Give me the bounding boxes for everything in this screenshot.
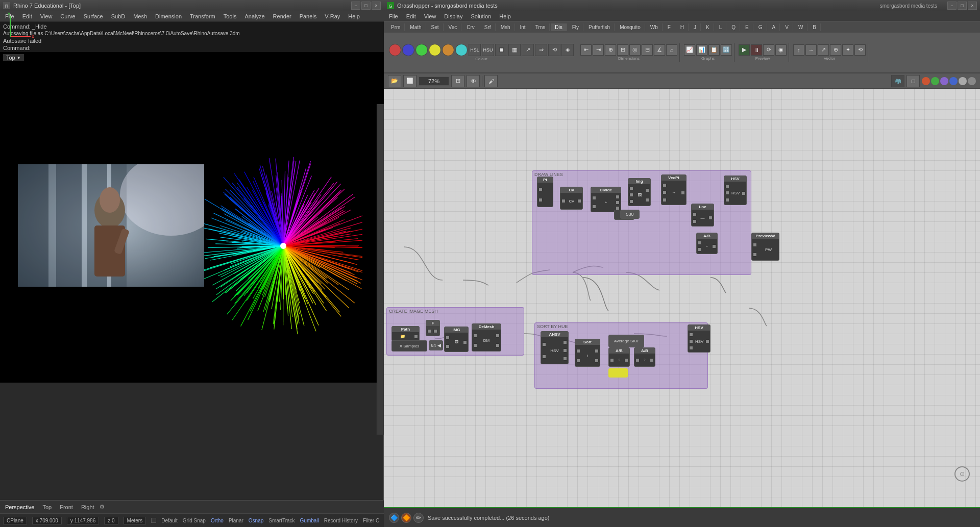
node-ahsv[interactable]: AHSV HSV — [541, 331, 569, 364]
node-f[interactable]: F — [426, 320, 440, 336]
gh-maximize-button[interactable]: □ — [958, 2, 967, 10]
colour-btn-1[interactable] — [389, 44, 401, 56]
gh-tab-fly[interactable]: Fly — [568, 23, 583, 31]
dim-btn-3[interactable]: ⊕ — [605, 44, 616, 56]
gh-menu-file[interactable]: File — [387, 12, 400, 20]
tab-top[interactable]: Top — [39, 503, 55, 511]
minimize-button[interactable]: − — [351, 2, 360, 10]
rhino-viewport[interactable]: Top ▼ — [0, 52, 384, 383]
planar-toggle[interactable]: Planar — [229, 518, 243, 523]
menu-surface[interactable]: Surface — [82, 12, 105, 20]
gh-tab-trns[interactable]: Trns — [531, 23, 550, 31]
node-avg-skv[interactable]: Average SKV — [608, 335, 644, 347]
graph-btn-4[interactable]: 🔢 — [721, 44, 732, 56]
gh-canvas[interactable]: DRAW LINES CREATE IMAGE MESH SORT BY HUE… — [384, 89, 980, 507]
node-demesh[interactable]: DeMesh DM — [472, 323, 501, 352]
colour-btn-8[interactable]: HSU — [482, 44, 494, 56]
gh-tab-a[interactable]: A — [768, 23, 780, 31]
gh-menu-display[interactable]: Display — [442, 12, 464, 20]
graph-btn-1[interactable]: 📈 — [684, 44, 695, 56]
gh-tab-w[interactable]: W — [794, 23, 807, 31]
scroll-indicator[interactable]: ⊙ — [954, 466, 970, 482]
vector-btn-1[interactable]: ↑ — [793, 44, 804, 56]
node-xsamples[interactable]: X Samples — [391, 340, 427, 352]
node-hsv2[interactable]: HSV HSV — [688, 324, 710, 353]
rhino-viewport-scrollbar[interactable] — [377, 104, 384, 435]
gh-minimize-button[interactable]: − — [947, 2, 957, 10]
gh-menu-edit[interactable]: Edit — [404, 12, 418, 20]
node-ab1[interactable]: A/B ÷ — [696, 233, 718, 254]
colour-btn-6[interactable] — [455, 44, 468, 56]
gh-tab-mosquito[interactable]: Mosquito — [616, 23, 645, 31]
tab-perspective[interactable]: Perspective — [2, 503, 37, 511]
gh-tab-crv[interactable]: Crv — [462, 23, 479, 31]
menu-panels[interactable]: Panels — [298, 12, 319, 20]
menu-transform[interactable]: Transform — [188, 12, 217, 20]
node-ab2[interactable]: A/B ÷ — [608, 347, 630, 367]
gh-tab-q[interactable]: Q — [727, 23, 740, 31]
colour-btn-5[interactable] — [442, 44, 454, 56]
node-pt[interactable]: Pt — [537, 177, 553, 207]
gh-tab-set[interactable]: Set — [427, 23, 444, 31]
preview-btn-3[interactable]: ⟳ — [763, 44, 774, 56]
menu-mesh[interactable]: Mesh — [131, 12, 149, 20]
gh-tab-h[interactable]: H — [676, 23, 689, 31]
dim-btn-5[interactable]: ◎ — [629, 44, 641, 56]
grid-snap-toggle[interactable]: Grid Snap — [183, 518, 206, 523]
dim-btn-2[interactable]: ⇥ — [593, 44, 604, 56]
colour-btn-3[interactable] — [415, 44, 428, 56]
gh-tab-l[interactable]: L — [715, 23, 727, 31]
gh-paint-btn[interactable]: 🖌 — [484, 75, 498, 87]
node-530-val[interactable]: 530 — [620, 210, 640, 219]
tab-settings[interactable]: ⚙ — [100, 504, 105, 510]
menu-help[interactable]: Help — [346, 12, 362, 20]
vector-btn-3[interactable]: ↗ — [818, 44, 829, 56]
gh-tab-f[interactable]: F — [664, 23, 675, 31]
node-64[interactable]: 64 ◀ — [429, 340, 443, 350]
maximize-button[interactable]: □ — [361, 2, 371, 10]
node-img-drawlines[interactable]: Img 🖼 — [628, 178, 651, 206]
gh-tab-math[interactable]: Math — [406, 23, 426, 31]
colour-btn-10[interactable]: ⇒ — [535, 44, 547, 56]
viewport-dropdown-icon[interactable]: ▼ — [17, 56, 21, 60]
colour-btn-7[interactable]: HSL — [469, 44, 481, 56]
menu-vray[interactable]: V-Ray — [323, 12, 342, 20]
menu-curve[interactable]: Curve — [58, 12, 77, 20]
gh-tab-srf[interactable]: Srf — [480, 23, 496, 31]
menu-analyze[interactable]: Analyze — [242, 12, 266, 20]
vector-btn-2[interactable]: → — [805, 44, 817, 56]
gh-tab-vec[interactable]: Vec — [445, 23, 462, 31]
node-cv[interactable]: Cv Cv — [560, 187, 583, 210]
gh-status-icon-2[interactable]: 🔶 — [401, 513, 411, 523]
gh-status-icon-3[interactable]: ✏ — [413, 513, 424, 523]
menu-render[interactable]: Render — [271, 12, 293, 20]
gh-tab-v[interactable]: V — [781, 23, 793, 31]
node-hsv1[interactable]: HSV HSV — [724, 175, 747, 205]
node-vecpt[interactable]: VecPt → — [661, 174, 687, 205]
record-history-toggle[interactable]: Record History — [324, 518, 358, 523]
menu-subd[interactable]: SubD — [109, 12, 128, 20]
smarttrack-toggle[interactable]: SmartTrack — [268, 518, 295, 523]
colour-mesh-1[interactable]: 🔲 — [495, 44, 507, 56]
dim-btn-7[interactable]: ∡ — [654, 44, 665, 56]
vector-btn-4[interactable]: ⊕ — [830, 44, 841, 56]
gh-tab-msh[interactable]: Msh — [497, 23, 515, 31]
colour-btn-9[interactable]: ↗ — [522, 44, 534, 56]
gh-tab-b[interactable]: B — [808, 23, 821, 31]
colour-btn-11[interactable]: ⟲ — [548, 44, 560, 56]
gh-close-button[interactable]: × — [968, 2, 977, 10]
gh-menu-help[interactable]: Help — [497, 12, 513, 20]
vector-btn-6[interactable]: ⟲ — [854, 44, 866, 56]
ortho-toggle[interactable]: Ortho — [211, 518, 224, 523]
colour-btn-12[interactable]: ◈ — [561, 44, 574, 56]
dim-btn-8[interactable]: ⌂ — [666, 44, 677, 56]
dim-btn-4[interactable]: ⊞ — [617, 44, 628, 56]
preview-btn-1[interactable]: ▶ — [739, 44, 750, 56]
colour-btn-4[interactable] — [429, 44, 441, 56]
colour-mesh-2[interactable]: ▦ — [508, 44, 521, 56]
node-divide[interactable]: Divide ÷ — [591, 187, 621, 212]
tab-right[interactable]: Right — [78, 503, 97, 511]
graph-btn-2[interactable]: 📊 — [696, 44, 707, 56]
gh-tab-pufferfish[interactable]: Pufferfish — [584, 23, 615, 31]
node-line[interactable]: Lne — — [691, 204, 714, 227]
